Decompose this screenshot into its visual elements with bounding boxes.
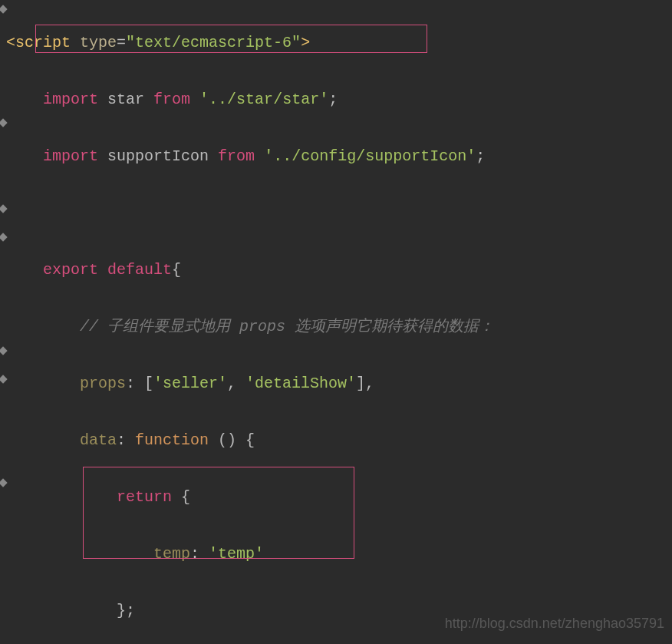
comment-props: // 子组件要显式地用 props 选项声明它期待获得的数据： bbox=[80, 318, 494, 335]
temp-key: temp bbox=[153, 545, 190, 563]
return-keyword: return bbox=[117, 488, 172, 506]
from-keyword: from bbox=[153, 91, 190, 108]
export-default: export default bbox=[43, 261, 172, 279]
props-value: 'detailShow' bbox=[245, 375, 356, 392]
code-editor[interactable]: <script type="text/ecmascript-6"> import… bbox=[0, 0, 672, 644]
import-keyword: import bbox=[43, 91, 98, 108]
from-keyword: from bbox=[218, 147, 255, 165]
import-keyword: import bbox=[43, 147, 98, 165]
data-key: data bbox=[80, 431, 117, 449]
temp-value: 'temp' bbox=[209, 545, 264, 563]
import-name: supportIcon bbox=[107, 147, 209, 165]
import-path: '../config/supportIcon' bbox=[264, 147, 476, 165]
script-type-value: text/ecmascript-6 bbox=[135, 34, 292, 51]
function-keyword: function bbox=[135, 431, 209, 449]
props-key: props bbox=[80, 375, 126, 392]
props-value: 'seller' bbox=[153, 375, 227, 392]
import-name: star bbox=[107, 91, 144, 108]
import-path: '../star/star' bbox=[199, 91, 328, 108]
